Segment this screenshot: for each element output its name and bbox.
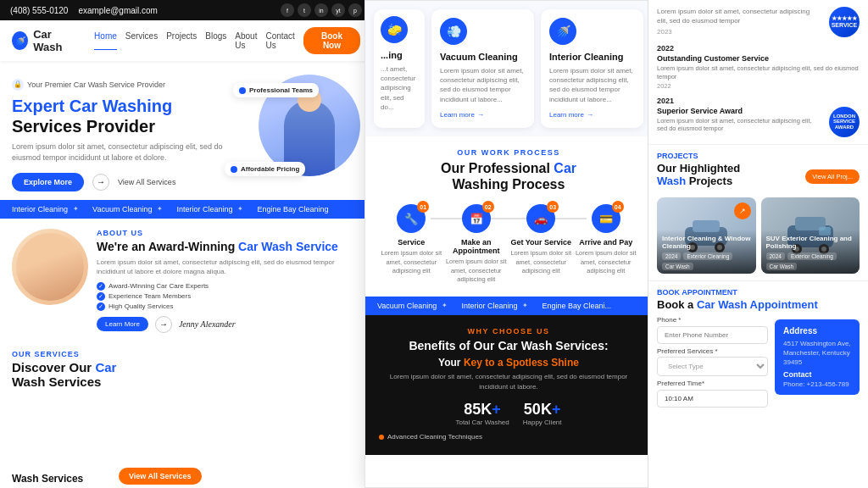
professional-teams-badge: Professional Teams <box>233 83 319 97</box>
signature-wrap: Learn More → Jenny Alexander <box>97 316 360 333</box>
interior-icon: 🚿 <box>549 18 576 45</box>
ticker-banner: Interior Cleaning ✦ Vacuum Cleaning ✦ In… <box>0 200 372 219</box>
nav-link-blogs[interactable]: Blogs <box>205 31 226 50</box>
award-year-top: 2023 <box>657 27 819 36</box>
step-1-desc: Lorem ipsum dolor sit amet, consectetur … <box>379 249 444 276</box>
project-tag-2c: Car Wash <box>766 263 798 270</box>
vacuum-cleaning-card: 💨 Vacuum Cleaning Lorem ipsum dolor sit … <box>431 9 534 128</box>
why-feature: Advanced Cleaning Techniques <box>379 433 638 441</box>
nav-link-about[interactable]: About Us <box>235 31 257 50</box>
award-badge-2021: LONDONSERVICEAWARD <box>829 107 860 137</box>
why-subtitle: Your Key to a Spotless Shine <box>379 357 638 369</box>
project-tag-2b: Exterior Cleaning <box>787 252 837 260</box>
email-address: example@gmail.com <box>78 6 158 15</box>
ticker-star-1: ✦ <box>73 205 79 213</box>
nav-link-contact[interactable]: Contact Us <box>265 31 294 50</box>
navbar: 🚿 Car Wash Home Services Projects Blogs … <box>0 20 372 61</box>
stat-happy-clients: 50K+ Happy Client <box>523 401 562 426</box>
projects-label: PROJECTS <box>657 152 860 160</box>
ticker-label-4: Engine Bay Cleaning <box>257 205 328 214</box>
ticker-label-2: Vacuum Cleaning <box>92 205 152 214</box>
contact-title: Contact <box>783 370 851 379</box>
about-list-item-1: ✓ Award-Winning Car Care Experts <box>97 282 360 291</box>
services-select[interactable]: Select Type <box>657 357 768 376</box>
appointment-section: BOOK APPOINTMENT Book a Car Wash Appoint… <box>648 280 868 414</box>
stat-number-clients: 50K+ <box>523 401 562 419</box>
service-cards-area: 🧽 ...ing ...t amet,consecteturadipiscing… <box>365 1 652 136</box>
youtube-icon[interactable]: yt <box>331 3 345 17</box>
logo-text: Car Wash <box>33 28 77 53</box>
badge-dot-2 <box>231 166 237 173</box>
ticker2-label-3: Engine Bay Cleani... <box>542 302 611 310</box>
ticker-label-3: Interior Cleaning <box>176 205 232 214</box>
linkedin-icon[interactable]: in <box>314 3 328 17</box>
ticker2-star-2: ✦ <box>522 302 528 309</box>
address-text: 4517 Washington Ave, Manchester, Kentuck… <box>783 339 851 368</box>
view-all-button[interactable]: View All Services <box>119 468 202 485</box>
explore-more-button[interactable]: Explore More <box>12 173 84 191</box>
learn-more-button[interactable]: Learn More <box>97 317 148 331</box>
project-card-2: SUV Exterior Cleaning and Polishing 2024… <box>761 197 860 274</box>
explore-circle-icon[interactable]: → <box>92 174 109 191</box>
phone-number: (408) 555-0120 <box>10 6 68 15</box>
ticker2-item-2: Interior Cleaning ✦ <box>461 302 528 310</box>
contact-text: Phone: +213-456-789 <box>783 380 851 388</box>
award-2022-content: Outstanding Customer Service Lorem ipsum… <box>657 54 860 90</box>
phone-input[interactable] <box>657 326 768 344</box>
stat-label-clients: Happy Client <box>523 419 562 426</box>
process-title: Our Professional Car Washing Process <box>379 160 638 192</box>
project-arrow-1[interactable]: ↗ <box>734 202 751 219</box>
learn-more-circle[interactable]: → <box>155 316 172 333</box>
step-3-num: 03 <box>547 201 559 213</box>
stat-number-cars: 85K+ <box>455 401 509 419</box>
partial-card-icon: 🧽 <box>381 16 408 43</box>
award-2022-title: Outstanding Customer Service <box>657 54 860 63</box>
process-steps: 🔧 01 Service Lorem ipsum dolor sit amet,… <box>379 204 638 285</box>
interior-learn-more[interactable]: Learn more → <box>549 111 635 119</box>
award-2021-row: Superior Service Award Lorem ipsum dolor… <box>657 107 860 137</box>
ticker-item-4: Engine Bay Cleaning <box>257 205 328 214</box>
project-tag-2a: 2024 <box>766 252 785 260</box>
project-overlay-2: SUV Exterior Cleaning and Polishing 2024… <box>761 230 860 274</box>
stat-total-cars: 85K+ Total Car Washed <box>455 401 509 426</box>
project-tags-1: 2024 Exterior Cleaning Car Wash <box>662 252 751 270</box>
check-icon-2: ✓ <box>97 292 105 301</box>
step-4-num: 04 <box>612 201 624 213</box>
project-tag-1b: Exterior Cleaning <box>683 252 732 260</box>
facebook-icon[interactable]: f <box>281 3 294 17</box>
why-title: Benefits of Our Car Wash Services: <box>379 339 638 353</box>
panel-cards: 🧽 ...ing ...t amet,consecteturadipiscing… <box>364 0 653 488</box>
view-all-projects-button[interactable]: View All Proj... <box>805 169 860 184</box>
step-4-icon: 💳 04 <box>592 204 620 233</box>
step-3-title: Get Your Service <box>509 238 574 247</box>
logo-icon: 🚿 <box>12 31 28 50</box>
project-title-1: Interior Cleaning & Window Cleaning <box>662 235 751 250</box>
services-label: OUR SERVICES <box>12 350 360 358</box>
wash-services-footer: Wash Services <box>12 473 83 488</box>
project-title-2: SUV Exterior Cleaning and Polishing <box>766 235 855 250</box>
award-2021-desc: Lorem ipsum dolor sit amet, consectetur … <box>657 117 821 134</box>
nav-link-home[interactable]: Home <box>94 31 117 50</box>
about-list-item-2: ✓ Experience Team Members <box>97 292 360 301</box>
topbar-social: f t in yt p <box>281 3 362 17</box>
book-now-button[interactable]: Book Now <box>303 27 360 54</box>
about-description: Lorem ipsum dolor sit amet, consectetur … <box>97 258 360 276</box>
nav-link-projects[interactable]: Projects <box>166 31 197 50</box>
about-content: ABOUT US We're an Award-Winning Car Wash… <box>97 229 360 333</box>
topbar: (408) 555-0120 example@gmail.com f t in … <box>0 0 372 20</box>
vacuum-learn-more[interactable]: Learn more → <box>440 111 526 119</box>
twitter-icon[interactable]: t <box>298 3 311 17</box>
about-image <box>12 229 88 305</box>
time-input[interactable] <box>657 390 768 408</box>
time-label: Preferred Time* <box>657 380 768 387</box>
nav-link-services[interactable]: Services <box>125 31 158 50</box>
pinterest-icon[interactable]: p <box>348 3 362 17</box>
services-title: Discover Our Car Wash Services <box>12 360 360 389</box>
project-cards: Interior Cleaning & Window Cleaning 2024… <box>657 197 860 274</box>
hero-section: 🔒 Your Premier Car Wash Service Provider… <box>0 61 372 200</box>
why-label: WHY CHOOSE US <box>379 327 638 336</box>
hero-badge: 🔒 Your Premier Car Wash Service Provider <box>12 79 165 91</box>
ticker-item-3: Interior Cleaning ✦ <box>176 205 243 214</box>
view-all-services-link[interactable]: View All Services <box>118 178 175 186</box>
about-list-item-3: ✓ High Quality Services <box>97 302 360 311</box>
